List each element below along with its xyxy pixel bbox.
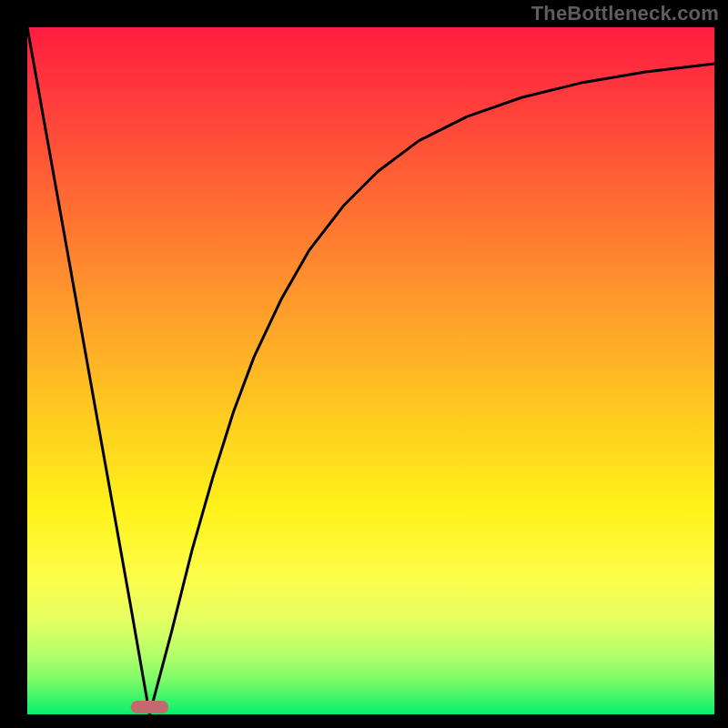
chart-frame: TheBottleneck.com <box>0 0 728 728</box>
notch-marker <box>131 701 169 713</box>
watermark-text: TheBottleneck.com <box>531 2 719 25</box>
plot-curve <box>0 0 728 728</box>
